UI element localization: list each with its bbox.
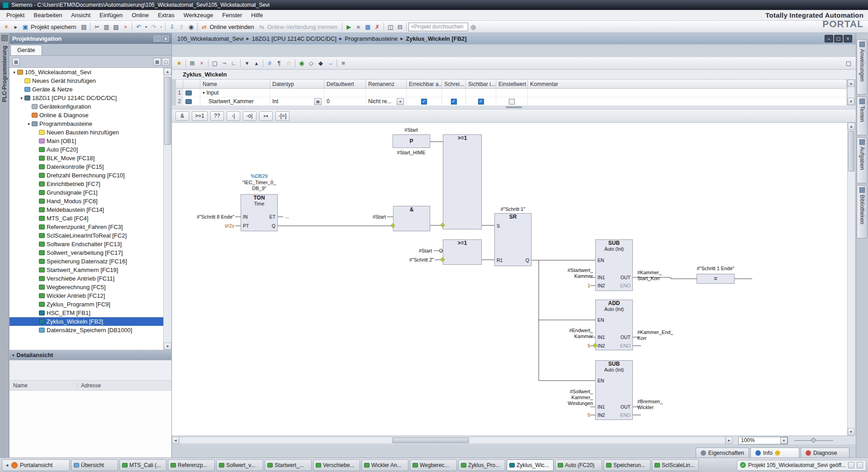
ton-timer-block[interactable]: TON Time IN PT ET Q <box>241 194 278 231</box>
column-header-name[interactable]: Name <box>200 80 270 89</box>
operand-label[interactable]: #"Schritt 2" <box>393 257 434 263</box>
search-project-icon[interactable]: ◎ <box>469 22 478 31</box>
detail-col-adresse[interactable]: Adresse <box>77 382 104 389</box>
tree-item-auto-fc20[interactable]: Auto [FC20] <box>9 145 164 154</box>
tab-anweisungen[interactable]: Anweisungen <box>857 39 868 95</box>
breadcrumb-project[interactable]: 105_Wickelautomat_Sevi <box>175 35 246 42</box>
scroll-down-icon[interactable]: ▼ <box>164 343 171 350</box>
start-simulation-icon[interactable]: ▦ <box>363 22 372 31</box>
portal-view-button[interactable]: ◄ Portalansicht <box>2 459 70 471</box>
operand-label[interactable]: #Startwert_Kammer <box>552 267 593 279</box>
scroll-up-icon[interactable]: ▲ <box>164 68 171 75</box>
tab-geraete[interactable]: Geräte <box>10 45 42 55</box>
negated-contact-button[interactable]: -o| <box>243 111 256 121</box>
kommentar-cell[interactable] <box>528 97 847 106</box>
expand-all-networks-icon[interactable]: ▾ <box>242 59 251 68</box>
operand-label[interactable]: #"Schritt 1 Ende" <box>688 266 743 272</box>
add-block[interactable]: ADD Auto (Int) EN IN1 IN2 OUT ENO <box>595 300 633 350</box>
tab-info[interactable]: Info i <box>750 448 799 458</box>
tree-item-wickler-antrieb[interactable]: Wickler Antrieb [FC12] <box>9 291 164 300</box>
sub-block[interactable]: SUB Auto (Int) EN IN1 IN2 OUT ENO <box>595 360 633 420</box>
einstellwert-checkbox[interactable] <box>509 99 515 105</box>
operand-label[interactable]: #"Schritt 1" <box>492 206 534 212</box>
tab-diagnose[interactable]: Diagnose <box>801 448 849 458</box>
defaultwert-cell[interactable]: 0 <box>324 97 366 106</box>
accessible-devices-icon[interactable]: ◉ <box>186 22 195 31</box>
menu-fenster[interactable]: Fenster <box>218 10 247 20</box>
table-splitter[interactable] <box>172 105 856 109</box>
tree-item-plc[interactable]: ▾18ZG1 [CPU 1214C DC/DC/DC] <box>9 94 164 102</box>
portal-rail-icon[interactable] <box>1 35 8 41</box>
sub-block[interactable]: SUB Auto (Int) EN IN1 IN2 OUT ENO <box>595 239 633 291</box>
canvas-vertical-scrollbar[interactable]: ▲ ▼ <box>847 123 855 435</box>
tree-item-program-blocks[interactable]: ▾Programmbausteine <box>9 119 164 128</box>
column-header-remanenz[interactable]: Remanenz <box>366 80 407 89</box>
scrollbar-thumb[interactable] <box>392 438 469 443</box>
remanenz-cell[interactable]: Nicht re...▾ <box>366 97 407 106</box>
taskbar-window-sollwert[interactable]: Sollwert_v... <box>216 459 263 471</box>
operand-label[interactable]: #Start <box>402 248 432 254</box>
tree-item-datenkontrolle[interactable]: Datenkontrolle [FC15] <box>9 162 164 171</box>
tab-eigenschaften[interactable]: Eigenschaften <box>696 448 749 458</box>
and-block[interactable]: & <box>393 206 430 231</box>
or-block[interactable]: >=1 <box>443 239 482 265</box>
empty-box-icon[interactable]: ▢ <box>210 59 219 68</box>
menu-ansicht[interactable]: Ansicht <box>66 10 95 20</box>
favorites-bar-icon[interactable]: ☆ <box>284 59 293 68</box>
collapse-panel-icon[interactable]: ◄ <box>162 36 169 42</box>
tab-aufgaben[interactable]: Aufgaben <box>857 137 868 183</box>
redo-dropdown-icon[interactable]: ▾ <box>158 22 163 31</box>
constant-value[interactable]: 5 <box>570 412 590 418</box>
tree-item-device-config[interactable]: Gerätekonfiguration <box>9 102 164 111</box>
sichtbar-checkbox[interactable]: ✓ <box>478 99 484 105</box>
menu-werkzeuge[interactable]: Werkzeuge <box>179 10 218 20</box>
constant-value[interactable]: 1 <box>570 283 590 289</box>
erreichbar-checkbox[interactable]: ✓ <box>421 99 427 105</box>
datentyp-cell[interactable]: Int▦ <box>270 97 324 106</box>
timer-db-label[interactable]: %DB29 <box>237 173 282 179</box>
panel-options-icon[interactable]: ▢ <box>154 36 161 42</box>
menu-extras[interactable]: Extras <box>153 10 179 20</box>
zoom-slider[interactable] <box>794 437 833 444</box>
status-option-icon[interactable] <box>848 462 854 468</box>
contact-button[interactable]: -| <box>227 111 240 121</box>
constant-value[interactable]: 5 <box>570 343 590 349</box>
kommentar-cell[interactable] <box>528 89 847 97</box>
tree-item-sclscale[interactable]: SclScaleLinearIntToReal [FC2] <box>9 231 164 240</box>
variable-name-cell[interactable]: Startwert_Kammer <box>200 97 270 106</box>
monitoring-icon[interactable]: ◉ <box>297 59 306 68</box>
goto-icon[interactable]: → <box>326 59 335 68</box>
tree-item-wegberechnung[interactable]: Wegberechnung [FC5] <box>9 283 164 291</box>
operand-label[interactable]: #"Schritt 8 Ende" <box>181 214 234 220</box>
scroll-up-icon[interactable]: ▲ <box>848 80 854 87</box>
insert-network-icon[interactable]: ⊞ <box>188 59 197 68</box>
snapshot-icon[interactable]: ◇ <box>307 59 316 68</box>
restore-editor-icon[interactable]: ▢ <box>834 35 843 43</box>
network-comments-icon[interactable]: ¶ <box>275 59 284 68</box>
datentyp-cell[interactable] <box>270 89 324 97</box>
column-header-sichtbar[interactable]: Sichtbar i... <box>466 80 496 89</box>
tree-item-referenzpunkt[interactable]: Referenzpunkt_Fahren [FC3] <box>9 223 164 231</box>
column-header-datentyp[interactable]: Datentyp <box>270 80 324 89</box>
defaultwert-cell[interactable] <box>324 89 366 97</box>
tree-item-hsc-etm[interactable]: HSC_ETM [FB1] <box>9 309 164 317</box>
project-search-input[interactable] <box>408 23 468 31</box>
operand-label[interactable]: #Bremsen_Wickler <box>637 399 663 410</box>
schreibbar-checkbox[interactable]: ✓ <box>451 99 457 105</box>
column-header-kommentar[interactable]: Kommentar <box>528 80 847 89</box>
tree-scrollbar[interactable]: ▲ ▼ <box>163 68 171 350</box>
tree-item-zyklus-programm[interactable]: Zyklus_Programm [FC9] <box>9 300 164 309</box>
table-scrollbar[interactable]: ▲ ▼ <box>847 79 855 105</box>
detail-view-header[interactable]: ▾ Detailansicht <box>9 350 171 360</box>
breadcrumb-plc[interactable]: 18ZG1 [CPU 1214C DC/DC/DC] <box>250 35 338 42</box>
menu-online[interactable]: Online <box>127 10 153 20</box>
operand-label[interactable]: #Kammer_End_Korr <box>637 329 674 341</box>
empty-box-button[interactable]: ?? <box>210 111 224 121</box>
scroll-left-icon[interactable]: ◄ <box>172 437 179 444</box>
or-block[interactable]: >=1 <box>443 134 482 229</box>
operand-label[interactable]: #Sollwert_Kammer_Windungen <box>551 389 593 406</box>
et-output-value[interactable]: ... <box>285 214 289 219</box>
delete-icon[interactable]: × <box>121 22 130 31</box>
status-option-icon[interactable] <box>857 462 863 468</box>
tree-item-blk-move[interactable]: BLK_Move [FC18] <box>9 154 164 162</box>
